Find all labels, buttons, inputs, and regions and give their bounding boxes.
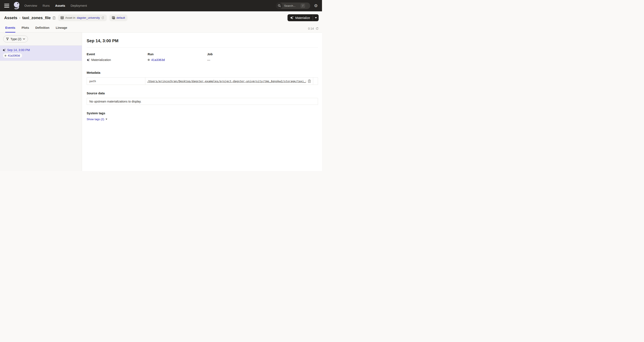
group-link[interactable]: default bbox=[116, 16, 125, 19]
search-input[interactable] bbox=[282, 4, 300, 7]
nav-item-overview[interactable]: Overview bbox=[24, 4, 37, 7]
table-grid-icon bbox=[60, 16, 64, 19]
hamburger-menu-icon[interactable] bbox=[4, 4, 9, 7]
nav-items: Overview Runs Assets Deployment bbox=[24, 4, 87, 7]
show-tags-toggle[interactable]: Show tags (2) bbox=[87, 118, 318, 121]
run-status-dot bbox=[5, 55, 6, 56]
top-nav: Overview Runs Assets Deployment / ⚙ bbox=[0, 0, 322, 11]
repo-link[interactable]: dagster_university bbox=[77, 16, 100, 19]
materialization-sparkle-icon bbox=[87, 58, 90, 62]
metadata-key-cell: path bbox=[87, 78, 145, 85]
event-type-value: Materialization bbox=[91, 58, 111, 62]
settings-gear-icon[interactable]: ⚙ bbox=[314, 3, 318, 8]
copy-asset-name-icon[interactable] bbox=[52, 16, 56, 19]
tab-lineage[interactable]: Lineage bbox=[56, 26, 67, 32]
system-tags-section: System tags Show tags (2) bbox=[87, 111, 318, 121]
copy-path-icon[interactable] bbox=[308, 79, 311, 83]
filter-funnel-icon bbox=[6, 38, 9, 40]
show-tags-link[interactable]: Show tags (2) bbox=[87, 118, 104, 121]
metadata-trailing-cell bbox=[313, 78, 318, 85]
event-summary-columns: Event Materialization Run 41a3363d bbox=[87, 52, 318, 62]
nav-item-deployment[interactable]: Deployment bbox=[71, 4, 87, 7]
materialize-options-button[interactable] bbox=[313, 14, 319, 21]
search-shortcut-badge: / bbox=[300, 3, 305, 8]
asset-in-label: Asset in bbox=[65, 16, 75, 19]
filter-area: Type (2) bbox=[0, 32, 82, 46]
event-timestamp-link[interactable]: Sep 14, 3:00 PM bbox=[7, 48, 30, 52]
event-detail-panel: Sep 14, 3:00 PM Event Materialization Ru… bbox=[82, 32, 322, 171]
breadcrumb-separator: › bbox=[19, 16, 20, 20]
source-data-heading: Source data bbox=[87, 91, 318, 95]
event-list-item-selected[interactable]: Sep 14, 3:00 PM 41a3363d bbox=[0, 46, 82, 61]
chevron-down-icon bbox=[23, 38, 25, 40]
nav-item-runs[interactable]: Runs bbox=[42, 4, 50, 7]
tab-events[interactable]: Events bbox=[5, 26, 15, 32]
asset-group-icon bbox=[112, 16, 115, 19]
materialization-sparkle-icon bbox=[2, 48, 6, 52]
source-data-empty-message: No upstream materializations to display. bbox=[90, 100, 141, 103]
job-column-label: Job bbox=[207, 52, 213, 56]
run-id-link[interactable]: 41a3363d bbox=[8, 54, 20, 57]
refresh-icon[interactable] bbox=[316, 27, 319, 30]
materialization-sparkle-icon bbox=[290, 16, 294, 19]
metadata-table: path /Users/erincochran/Desktop/dagster-… bbox=[87, 77, 318, 85]
source-data-section: Source data No upstream materializations… bbox=[87, 91, 318, 105]
dagster-app: Overview Runs Assets Deployment / ⚙ Asse… bbox=[0, 0, 322, 171]
asset-name-title: taxi_zones_file bbox=[22, 15, 51, 20]
nav-item-assets[interactable]: Assets bbox=[55, 4, 65, 7]
events-sidebar: Type (2) Sep 14, 3:00 PM 41a3363d bbox=[0, 32, 82, 171]
metadata-section: Metadata path /Users/erincochran/Desktop… bbox=[87, 71, 318, 85]
asset-group-badge: default bbox=[109, 14, 128, 21]
asset-tabs: Events Plots Definition Lineage 0:14 bbox=[0, 24, 322, 32]
caret-down-icon bbox=[106, 119, 107, 120]
type-filter-button[interactable]: Type (2) bbox=[3, 35, 28, 42]
breadcrumb-assets-link[interactable]: Assets bbox=[4, 15, 17, 20]
chevron-down-icon bbox=[315, 17, 317, 18]
job-empty-value: — bbox=[207, 58, 210, 62]
reload-repo-icon[interactable] bbox=[101, 16, 104, 19]
event-heading: Sep 14, 3:00 PM bbox=[87, 38, 318, 43]
system-tags-heading: System tags bbox=[87, 111, 318, 115]
dagster-logo-icon[interactable] bbox=[12, 1, 20, 10]
asset-header-row: Assets › taxi_zones_file Asset in dagste… bbox=[0, 11, 322, 24]
search-icon bbox=[276, 2, 282, 9]
type-filter-label: Type (2) bbox=[10, 37, 21, 41]
refresh-countdown: 0:14 bbox=[308, 27, 314, 30]
materialize-split-button: Materialize bbox=[288, 14, 319, 21]
metadata-value-cell: /Users/erincochran/Desktop/dagster-examp… bbox=[145, 78, 313, 85]
asset-repo-badge: Asset in dagster_university bbox=[58, 14, 107, 21]
tab-plots[interactable]: Plots bbox=[22, 26, 29, 32]
run-id-link[interactable]: 41a3363d bbox=[151, 58, 165, 62]
run-badge[interactable]: 41a3363d bbox=[3, 53, 22, 58]
run-status-dot bbox=[148, 59, 150, 61]
run-column-label: Run bbox=[148, 52, 207, 56]
global-search[interactable]: / bbox=[276, 2, 310, 9]
materialize-label: Materialize bbox=[295, 16, 310, 19]
tab-definition[interactable]: Definition bbox=[35, 26, 50, 32]
event-column-label: Event bbox=[87, 52, 148, 56]
materialize-button[interactable]: Materialize bbox=[288, 14, 313, 21]
source-data-empty-box: No upstream materializations to display. bbox=[87, 98, 318, 105]
metadata-path-link[interactable]: /Users/erincochran/Desktop/dagster-examp… bbox=[148, 80, 306, 83]
metadata-heading: Metadata bbox=[87, 71, 318, 74]
breadcrumb: Assets › taxi_zones_file bbox=[4, 15, 56, 20]
